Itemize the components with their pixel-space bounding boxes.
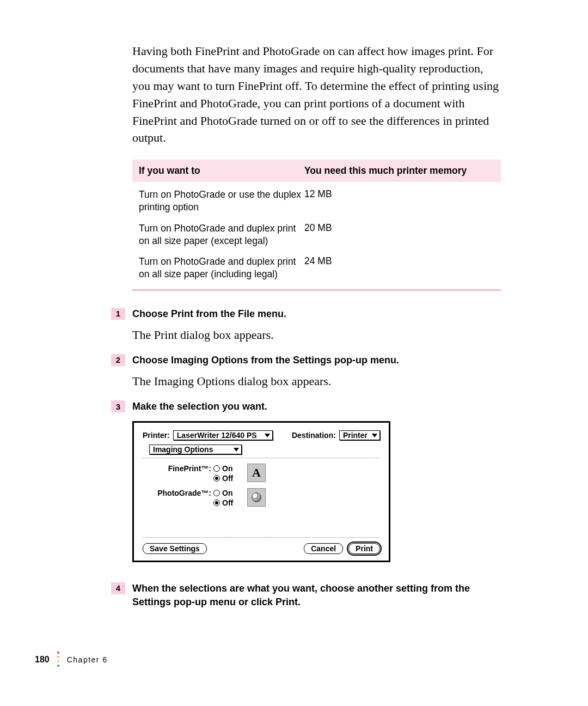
radio-label: Off xyxy=(222,473,233,483)
table-end-rule xyxy=(132,289,501,291)
chapter-label: Chapter 6 xyxy=(67,655,108,664)
table-row: Turn on PhotoGrade or use the duplex pri… xyxy=(132,182,501,216)
fineprint-label: FinePrint™: xyxy=(143,464,213,473)
fineprint-option-row: FinePrint™: On Off A xyxy=(143,464,380,483)
save-settings-button[interactable]: Save Settings xyxy=(143,543,207,554)
chevron-down-icon xyxy=(234,448,239,452)
settings-popup[interactable]: Imaging Options xyxy=(149,445,242,454)
destination-value: Printer xyxy=(343,431,367,440)
settings-value: Imaging Options xyxy=(153,445,213,454)
intro-paragraph: Having both FinePrint and PhotoGrade on … xyxy=(132,42,501,147)
step-2: 2 Choose Imaging Options from the Settin… xyxy=(111,354,501,367)
dot-icon xyxy=(57,660,59,662)
step-title: Choose Print from the File menu. xyxy=(132,307,286,321)
chevron-down-icon xyxy=(265,434,270,437)
step-title: Make the selection you want. xyxy=(132,400,267,413)
table-row: Turn on PhotoGrade and duplex print on a… xyxy=(132,249,501,283)
table-cell: Turn on PhotoGrade and duplex print on a… xyxy=(139,255,304,281)
letter-a-icon: A xyxy=(252,466,261,480)
page-number: 180 xyxy=(35,655,50,665)
step-2-body: The Imaging Options dialog box appears. xyxy=(132,373,501,390)
print-button[interactable]: Print xyxy=(348,543,380,554)
fineprint-on-radio[interactable]: On xyxy=(213,464,244,473)
step-number-badge: 2 xyxy=(111,354,125,366)
table-cell: 12 MB xyxy=(304,188,494,214)
step-1-body: The Print dialog box appears. xyxy=(132,326,501,344)
step-number-badge: 4 xyxy=(111,582,125,594)
imaging-options-dialog: Printer: LaserWriter 12/640 PS Destinati… xyxy=(132,421,501,562)
printer-popup[interactable]: LaserWriter 12/640 PS xyxy=(173,430,273,440)
step-title: Choose Imaging Options from the Settings… xyxy=(132,354,399,367)
table-cell: 24 MB xyxy=(304,255,494,281)
globe-icon xyxy=(252,492,261,502)
table-row: Turn on PhotoGrade and duplex print on a… xyxy=(132,216,501,249)
table-cell: Turn on PhotoGrade and duplex print on a… xyxy=(139,222,304,247)
photograde-label: PhotoGrade™: xyxy=(143,488,213,497)
radio-label: Off xyxy=(222,498,233,508)
memory-table: If you want to You need this much printe… xyxy=(132,160,501,291)
dot-icon xyxy=(57,665,59,667)
printer-value: LaserWriter 12/640 PS xyxy=(177,431,257,440)
photograde-on-radio[interactable]: On xyxy=(213,488,244,498)
radio-icon xyxy=(213,465,220,472)
radio-icon xyxy=(213,500,220,506)
chevron-down-icon xyxy=(372,434,377,437)
step-number-badge: 3 xyxy=(111,400,125,412)
page-footer: 180 Chapter 6 xyxy=(35,652,108,668)
footer-dots-icon xyxy=(57,652,59,668)
table-header-c1: If you want to xyxy=(139,165,304,176)
photograde-off-radio[interactable]: Off xyxy=(213,498,244,508)
table-header-row: If you want to You need this much printe… xyxy=(132,160,501,182)
step-3: 3 Make the selection you want. xyxy=(111,400,501,413)
step-number-badge: 1 xyxy=(111,308,125,320)
table-header-c2: You need this much printer memory xyxy=(304,165,494,176)
cancel-button[interactable]: Cancel xyxy=(304,543,343,554)
dot-icon xyxy=(57,652,59,654)
destination-popup[interactable]: Printer xyxy=(339,430,380,440)
step-4: 4 When the selections are what you want,… xyxy=(111,582,501,609)
printer-label: Printer: xyxy=(143,431,170,440)
radio-label: On xyxy=(222,464,232,473)
step-title: When the selections are what you want, c… xyxy=(132,582,501,609)
radio-icon xyxy=(213,490,220,496)
table-cell: Turn on PhotoGrade or use the duplex pri… xyxy=(139,188,304,214)
dot-icon xyxy=(57,656,59,658)
photograde-preview xyxy=(247,488,266,507)
photograde-option-row: PhotoGrade™: On Off xyxy=(143,488,380,508)
fineprint-preview: A xyxy=(247,464,266,482)
fineprint-off-radio[interactable]: Off xyxy=(213,473,244,483)
step-1: 1 Choose Print from the File menu. xyxy=(111,307,501,321)
radio-label: On xyxy=(222,488,232,498)
table-cell: 20 MB xyxy=(304,222,494,247)
destination-label: Destination: xyxy=(292,431,336,440)
radio-icon xyxy=(213,475,220,482)
